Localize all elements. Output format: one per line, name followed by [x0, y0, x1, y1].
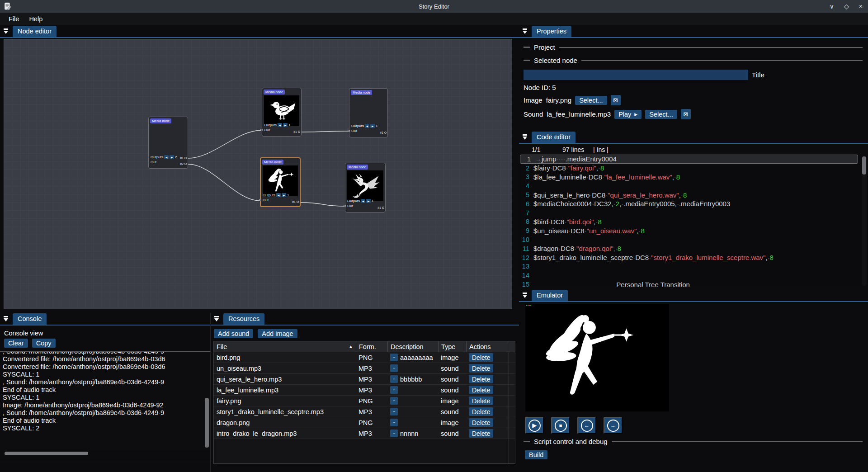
- table-row[interactable]: story1_drako_luminelle_sceptre.mp3MP3..s…: [214, 406, 515, 417]
- table-row[interactable]: intro_drako_le_dragon.mp3MP3..nnnnnsound…: [214, 428, 515, 439]
- collapse-icon[interactable]: [3, 28, 9, 34]
- output-port-1[interactable]: #1: [377, 206, 384, 209]
- image-clear-icon[interactable]: ⊠: [611, 95, 621, 105]
- delete-button[interactable]: Delete: [469, 429, 493, 438]
- edit-description-button[interactable]: ..: [390, 408, 398, 415]
- prev-output-button[interactable]: ◀: [361, 199, 365, 203]
- code-text-area[interactable]: 1→jump····.mediaEntry00042$fairy·DC8·"fa…: [519, 155, 868, 287]
- graph-node-bird[interactable]: Media nodeOutputs◀▶1Out#1: [262, 88, 302, 137]
- prev-output-button[interactable]: ◀: [276, 193, 281, 197]
- play-button[interactable]: ▶: [525, 417, 544, 434]
- column-header-file[interactable]: File▲: [214, 341, 356, 352]
- image-select-button[interactable]: Select...: [575, 96, 607, 105]
- edit-description-button[interactable]: ..: [390, 354, 398, 361]
- delete-button[interactable]: Delete: [469, 386, 493, 394]
- console-log[interactable]: , Sound: /home/anthony/ostproj/ba869e4b-…: [0, 351, 210, 450]
- graph-node-dragon[interactable]: Media nodeOutputs◀▶1Out#1: [345, 163, 386, 212]
- table-row[interactable]: qui_sera_le_hero.mp3MP3..bbbbbbsoundDele…: [214, 374, 515, 385]
- resources-scrollbar-track[interactable]: [509, 352, 515, 463]
- collapse-icon[interactable]: [522, 293, 528, 298]
- graph-node-fairy[interactable]: Media nodeOutputs◀▶1Out#1: [260, 157, 301, 207]
- collapse-icon[interactable]: [522, 134, 528, 140]
- collapse-icon[interactable]: [3, 316, 9, 322]
- delete-button[interactable]: Delete: [469, 418, 493, 427]
- console-horizontal-scrollbar[interactable]: [4, 452, 206, 455]
- description-text: bbbbbb: [400, 376, 422, 383]
- collapse-icon[interactable]: [522, 28, 528, 34]
- next-output-button[interactable]: ▶: [170, 155, 174, 159]
- input-port[interactable]: [344, 205, 346, 207]
- prev-output-button[interactable]: ◀: [164, 155, 169, 159]
- console-header: Console: [0, 313, 210, 326]
- tab-code-editor[interactable]: Code editor: [532, 132, 576, 143]
- output-port-1[interactable]: #1: [380, 131, 387, 134]
- input-port[interactable]: [259, 199, 261, 201]
- delete-button[interactable]: Delete: [469, 407, 493, 416]
- output-port-1[interactable]: #1: [180, 156, 187, 160]
- outputs-count: 1: [376, 124, 377, 128]
- code-scrollbar-thumb[interactable]: [862, 156, 866, 175]
- edit-description-button[interactable]: ..: [390, 364, 398, 372]
- step-forward-button[interactable]: →: [604, 417, 623, 434]
- edit-description-button[interactable]: ..: [390, 430, 398, 437]
- minimize-icon[interactable]: ∨: [830, 3, 834, 9]
- tab-node-editor[interactable]: Node editor: [13, 26, 57, 37]
- edit-description-button[interactable]: ..: [390, 419, 398, 426]
- add-sound-button[interactable]: Add sound: [214, 329, 253, 338]
- table-row[interactable]: dragon.pngPNG..imageDelete: [214, 417, 515, 428]
- table-row[interactable]: fairy.pngPNG..imageDelete: [214, 396, 515, 406]
- tab-emulator[interactable]: Emulator: [532, 290, 568, 301]
- sound-select-button[interactable]: Select...: [645, 110, 677, 119]
- step-back-button[interactable]: ←: [577, 417, 596, 434]
- menu-item-help[interactable]: Help: [24, 14, 47, 24]
- tab-console[interactable]: Console: [13, 313, 47, 325]
- input-port[interactable]: [348, 130, 350, 132]
- maximize-icon[interactable]: ◇: [844, 3, 849, 9]
- column-header-form[interactable]: Form.: [356, 341, 387, 352]
- next-output-button[interactable]: ▶: [282, 193, 286, 197]
- build-button[interactable]: Build: [525, 450, 547, 459]
- add-image-button[interactable]: Add image: [258, 329, 297, 338]
- clear-button[interactable]: Clear: [4, 339, 28, 348]
- code-scrollbar-track[interactable]: [862, 156, 867, 286]
- edit-description-button[interactable]: ..: [390, 386, 398, 394]
- sound-play-button[interactable]: Play ▶: [614, 110, 642, 119]
- table-row[interactable]: bird.pngPNG..aaaaaaaaaimageDelete: [214, 352, 515, 363]
- output-port-1[interactable]: #1: [293, 130, 300, 133]
- graph-node-choice[interactable]: Media nodeOutputs◀▶1Out#1: [349, 88, 388, 137]
- graph-node-start[interactable]: Media nodeOutputs◀▶2Out#1#2: [148, 117, 188, 169]
- column-header-actions[interactable]: Actions: [466, 341, 508, 352]
- title-bar[interactable]: Story Editor ∨◇×: [0, 0, 868, 13]
- output-port-1[interactable]: #1: [292, 200, 299, 203]
- close-icon[interactable]: ×: [859, 3, 863, 9]
- sound-clear-icon[interactable]: ⊠: [681, 109, 691, 119]
- delete-button[interactable]: Delete: [469, 396, 493, 405]
- log-line: , Sound: /home/anthony/ostproj/ba869e4b-…: [3, 409, 210, 417]
- console-vertical-scrollbar[interactable]: [205, 398, 209, 448]
- next-output-button[interactable]: ▶: [283, 123, 288, 127]
- node-graph-canvas[interactable]: Media nodeOutputs◀▶2Out#1#2Media nodeOut…: [4, 39, 512, 309]
- column-header-description[interactable]: Description: [387, 341, 438, 352]
- delete-button[interactable]: Delete: [469, 353, 493, 362]
- stop-button[interactable]: ■: [551, 417, 570, 434]
- menu-item-file[interactable]: File: [4, 14, 24, 24]
- outputs-label: Outputs: [263, 193, 275, 197]
- title-input[interactable]: [524, 70, 748, 80]
- next-output-button[interactable]: ▶: [370, 124, 375, 128]
- edit-description-button[interactable]: ..: [390, 397, 398, 405]
- input-port[interactable]: [260, 129, 263, 131]
- next-output-button[interactable]: ▶: [366, 199, 371, 203]
- delete-button[interactable]: Delete: [469, 375, 493, 383]
- edit-description-button[interactable]: ..: [390, 375, 398, 383]
- collapse-icon[interactable]: [214, 316, 220, 322]
- tab-properties[interactable]: Properties: [532, 26, 571, 37]
- tab-resources[interactable]: Resources: [223, 313, 264, 325]
- table-row[interactable]: un_oiseau.mp3MP3..soundDelete: [214, 363, 515, 374]
- delete-button[interactable]: Delete: [469, 364, 493, 373]
- output-port-2[interactable]: #2: [180, 162, 187, 165]
- prev-output-button[interactable]: ◀: [278, 123, 282, 127]
- prev-output-button[interactable]: ◀: [365, 124, 369, 128]
- copy-button[interactable]: Copy: [32, 339, 56, 348]
- table-row[interactable]: la_fee_luminelle.mp3MP3..soundDelete: [214, 385, 515, 396]
- column-header-type[interactable]: Type: [438, 341, 466, 352]
